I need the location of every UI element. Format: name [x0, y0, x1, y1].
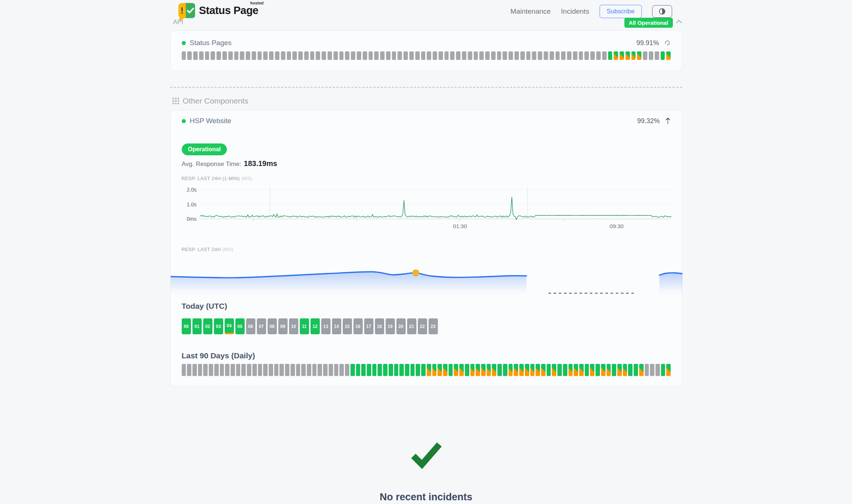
hour-cell-12[interactable]: 12: [311, 318, 320, 334]
uptime-bar[interactable]: [228, 51, 233, 60]
uptime-bar[interactable]: [590, 364, 594, 376]
uptime-bar[interactable]: [519, 364, 524, 376]
uptime-bar[interactable]: [345, 364, 349, 376]
uptime-bar[interactable]: [623, 364, 627, 376]
uptime-bar[interactable]: [503, 364, 507, 376]
uptime-bar[interactable]: [220, 364, 224, 376]
uptime-bar[interactable]: [437, 364, 442, 376]
uptime-bar[interactable]: [427, 364, 431, 376]
hour-cell-21[interactable]: 21: [407, 318, 416, 334]
uptime-bar[interactable]: [339, 51, 344, 60]
uptime-bar[interactable]: [357, 51, 361, 60]
uptime-bar[interactable]: [567, 51, 571, 60]
hour-cell-01[interactable]: 01: [192, 318, 202, 334]
uptime-bar[interactable]: [392, 51, 396, 60]
hour-cell-14[interactable]: 14: [332, 318, 341, 334]
hour-cell-23[interactable]: 23: [429, 318, 438, 334]
uptime-bar[interactable]: [383, 364, 388, 376]
hour-cell-19[interactable]: 19: [386, 318, 395, 334]
uptime-bar[interactable]: [639, 364, 644, 376]
uptime-bar[interactable]: [363, 51, 367, 60]
uptime-bar[interactable]: [394, 364, 399, 376]
uptime-bar[interactable]: [456, 51, 460, 60]
uptime-bar[interactable]: [323, 364, 328, 376]
uptime-bar[interactable]: [468, 51, 472, 60]
uptime-bar[interactable]: [550, 51, 554, 60]
uptime-bar[interactable]: [617, 364, 622, 376]
uptime-bar[interactable]: [192, 364, 197, 376]
uptime-bar[interactable]: [509, 51, 513, 60]
uptime-bar[interactable]: [514, 51, 519, 60]
uptime-bar[interactable]: [410, 364, 415, 376]
component-row-status-pages[interactable]: Status Pages 99.91%: [182, 39, 671, 47]
uptime-bar[interactable]: [655, 364, 660, 376]
uptime-bar[interactable]: [240, 51, 244, 60]
uptime-bar[interactable]: [536, 364, 540, 376]
hour-cell-07[interactable]: 07: [257, 318, 266, 334]
uptime-bar[interactable]: [252, 51, 256, 60]
uptime-bar[interactable]: [421, 364, 426, 376]
uptime-bar[interactable]: [628, 364, 633, 376]
uptime-bar[interactable]: [649, 51, 653, 60]
uptime-bar[interactable]: [361, 364, 366, 376]
uptime-bar[interactable]: [345, 51, 349, 60]
uptime-bar[interactable]: [281, 51, 285, 60]
uptime-bar[interactable]: [322, 51, 326, 60]
hour-cell-15[interactable]: 15: [343, 318, 352, 334]
uptime-bar[interactable]: [614, 51, 618, 60]
uptime-bar[interactable]: [650, 364, 654, 376]
uptime-bar[interactable]: [193, 51, 198, 60]
uptime-bar[interactable]: [211, 51, 215, 60]
uptime-bar[interactable]: [514, 364, 518, 376]
uptime-bar[interactable]: [386, 51, 390, 60]
uptime-bar[interactable]: [246, 51, 250, 60]
uptime-bar[interactable]: [443, 364, 447, 376]
subscribe-button[interactable]: Subscribe: [600, 5, 642, 18]
component-row-hsp-website[interactable]: HSP Website 99.32%: [182, 117, 671, 125]
uptime-bar[interactable]: [573, 51, 577, 60]
uptime-bar[interactable]: [563, 364, 567, 376]
hour-cell-10[interactable]: 10: [289, 318, 298, 334]
uptime-bar[interactable]: [655, 51, 659, 60]
uptime-bar[interactable]: [182, 51, 186, 60]
uptime-bar[interactable]: [556, 51, 560, 60]
uptime-bar[interactable]: [275, 51, 279, 60]
uptime-bar[interactable]: [198, 364, 202, 376]
hour-cell-04[interactable]: 04: [225, 318, 234, 334]
uptime-bar[interactable]: [547, 364, 551, 376]
uptime-bar[interactable]: [470, 364, 475, 376]
uptime-bar[interactable]: [445, 51, 449, 60]
uptime-bar[interactable]: [497, 51, 502, 60]
uptime-bar[interactable]: [462, 51, 466, 60]
uptime-bar[interactable]: [301, 364, 306, 376]
hour-cell-11[interactable]: 11: [300, 318, 309, 334]
uptime-bar[interactable]: [454, 364, 458, 376]
uptime-bar[interactable]: [247, 364, 251, 376]
uptime-bar[interactable]: [476, 364, 480, 376]
uptime-bar[interactable]: [416, 364, 420, 376]
uptime-bar[interactable]: [620, 51, 624, 60]
uptime-bar[interactable]: [334, 364, 339, 376]
uptime-bar[interactable]: [625, 51, 630, 60]
uptime-bar[interactable]: [525, 364, 529, 376]
uptime-bar[interactable]: [487, 364, 491, 376]
uptime-bar[interactable]: [481, 364, 486, 376]
uptime-bar[interactable]: [608, 51, 613, 60]
uptime-bar[interactable]: [274, 364, 279, 376]
uptime-bar[interactable]: [312, 364, 317, 376]
uptime-bar[interactable]: [292, 51, 297, 60]
uptime-bar[interactable]: [285, 364, 289, 376]
uptime-bar[interactable]: [258, 51, 262, 60]
uptime-bar[interactable]: [643, 51, 647, 60]
uptime-bar[interactable]: [329, 364, 333, 376]
uptime-bar[interactable]: [612, 364, 616, 376]
uptime-bar[interactable]: [316, 51, 320, 60]
uptime-bar[interactable]: [474, 51, 478, 60]
uptime-bar[interactable]: [372, 364, 377, 376]
refresh-icon[interactable]: [664, 40, 671, 46]
uptime-bar[interactable]: [367, 364, 371, 376]
uptime-bar[interactable]: [214, 364, 219, 376]
uptime-bar[interactable]: [459, 364, 464, 376]
uptime-bar[interactable]: [433, 51, 437, 60]
hour-cell-16[interactable]: 16: [353, 318, 363, 334]
